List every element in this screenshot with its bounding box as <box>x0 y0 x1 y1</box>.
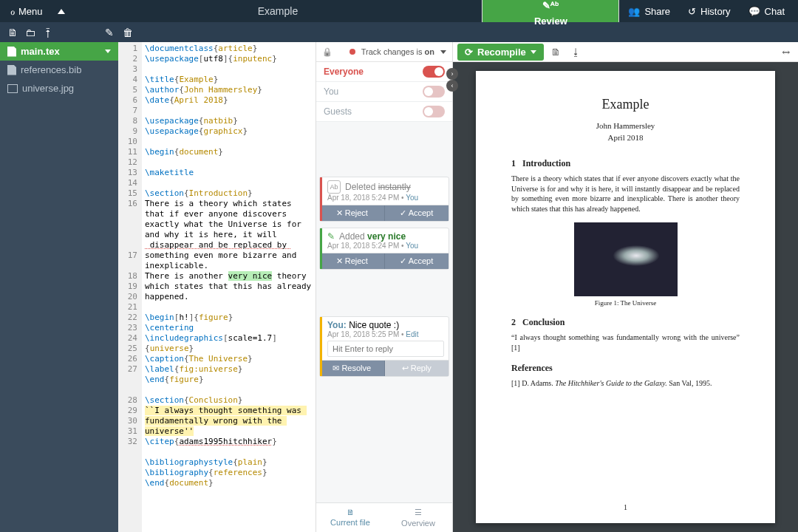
user-badge: Ab <box>327 180 341 194</box>
chevron-down-icon[interactable] <box>105 50 111 53</box>
tab-overview[interactable]: ☰ Overview <box>384 503 452 532</box>
logo-icon: ℴ <box>10 5 15 17</box>
references-heading: References <box>511 363 740 374</box>
up-icon <box>58 9 65 14</box>
track-row: You <box>316 82 452 102</box>
code-area[interactable]: \documentclass{article}\usepackage[utf8]… <box>142 42 316 532</box>
preview-column: ⟳ Recompile 🗎 ⭳ ⤢ Example John Hammersle… <box>453 42 798 532</box>
project-title: Example <box>74 5 482 17</box>
recompile-button[interactable]: ⟳ Recompile <box>457 44 544 61</box>
topbar: ℴ Menu Example ✎ᴬᵇ Review 👥 Share ↺ Hist… <box>0 0 798 22</box>
share-label: Share <box>644 6 670 17</box>
new-file-icon[interactable]: 🗎 <box>7 27 18 38</box>
recompile-bar: ⟳ Recompile 🗎 ⭳ ⤢ <box>453 42 798 62</box>
chevron-down-icon[interactable] <box>531 50 536 54</box>
track-user: You <box>324 86 338 97</box>
doc-title: Example <box>511 97 740 112</box>
section-heading: 1 Introduction <box>511 158 740 169</box>
review-label: Review <box>534 16 567 27</box>
log-icon[interactable]: 🗎 <box>548 47 564 58</box>
share-icon: 👥 <box>628 6 640 17</box>
image-icon <box>7 84 18 93</box>
track-row: Guests <box>316 102 452 122</box>
edit-ops: ✎ 🗑 <box>105 27 140 38</box>
change-card-deleted: Ab Deleted instantly Apr 18, 2018 5:24 P… <box>319 177 449 222</box>
track-toggle[interactable] <box>423 106 445 117</box>
pdf-page: Example John Hammersley April 2018 1 Int… <box>476 71 775 523</box>
edit-link[interactable]: Edit <box>406 330 418 338</box>
tab-current-file[interactable]: 🗎 Current file <box>316 503 384 532</box>
lock-icon[interactable] <box>322 47 332 57</box>
delete-icon[interactable]: 🗑 <box>123 27 133 38</box>
doc-author: John Hammersley <box>511 121 740 130</box>
up-level-button[interactable] <box>49 0 74 22</box>
review-button[interactable]: ✎ᴬᵇ Review <box>482 0 619 22</box>
chat-icon: 💬 <box>748 6 760 17</box>
review-footer: 🗎 Current file ☰ Overview <box>316 502 452 532</box>
change-action: Added <box>339 231 365 242</box>
expand-icon[interactable]: ⤢ <box>777 43 795 61</box>
figure-image <box>574 222 678 296</box>
change-action: Deleted <box>345 182 375 192</box>
list-icon: ☰ <box>415 508 422 517</box>
pencil-icon: ✎ <box>327 231 335 242</box>
pdf-preview[interactable]: Example John Hammersley April 2018 1 Int… <box>453 62 798 532</box>
change-word: instantly <box>378 182 411 192</box>
doc-paragraph: “I always thought something was fundamen… <box>511 332 740 352</box>
history-button[interactable]: ↺ History <box>679 0 739 22</box>
change-card-added: ✎ Added very nice Apr 18, 2018 5:24 PM •… <box>319 228 449 270</box>
panel-collapse-handles: › ‹ <box>446 68 458 92</box>
rename-icon[interactable]: ✎ <box>105 27 114 38</box>
file-item-img[interactable]: universe.jpg <box>0 79 118 98</box>
collapse-right-icon[interactable]: › <box>446 68 458 80</box>
accept-button[interactable]: ✓ Accept <box>384 205 449 221</box>
track-label: Track changes is on <box>361 47 434 56</box>
file-toolbar: 🗎 🗀 ⭱ ✎ 🗑 <box>0 22 798 42</box>
comment-text: Nice quote :) <box>349 320 399 330</box>
file-icon <box>7 65 16 75</box>
track-user: Everyone <box>324 66 364 77</box>
track-user: Guests <box>324 106 352 117</box>
new-folder-icon[interactable]: 🗀 <box>25 27 35 38</box>
upload-icon[interactable]: ⭱ <box>43 27 53 38</box>
reply-button[interactable]: ↩ Reply <box>384 361 449 376</box>
doc-paragraph: There is a theory which states that if e… <box>511 174 740 214</box>
reply-input[interactable] <box>327 341 444 357</box>
collapse-left-icon[interactable]: ‹ <box>446 80 458 92</box>
history-label: History <box>700 6 730 17</box>
file-icon: 🗎 <box>347 508 355 516</box>
share-button[interactable]: 👥 Share <box>619 0 679 22</box>
history-icon: ↺ <box>688 6 696 17</box>
file-label: references.bib <box>21 64 81 75</box>
code-editor[interactable]: 12345678910111213141516 17 1819202122232… <box>118 42 316 532</box>
download-icon[interactable]: ⭳ <box>568 47 584 58</box>
review-top: Track changes is on <box>316 42 452 62</box>
review-panel: Track changes is on Everyone You Guests … <box>316 42 453 532</box>
chat-button[interactable]: 💬 Chat <box>740 0 794 22</box>
figure-caption: Figure 1: The Universe <box>511 299 740 307</box>
file-item-bib[interactable]: references.bib <box>0 61 118 79</box>
reject-button[interactable]: ✕ Reject <box>320 253 384 269</box>
reject-button[interactable]: ✕ Reject <box>320 205 384 221</box>
refresh-icon: ⟳ <box>465 47 473 58</box>
file-tree: main.tex references.bib universe.jpg <box>0 42 118 532</box>
chat-label: Chat <box>765 6 785 17</box>
page-number: 1 <box>476 503 775 511</box>
menu-label: Menu <box>18 6 43 17</box>
track-row: Everyone <box>316 62 452 82</box>
resolve-button[interactable]: ✉ Resolve <box>320 361 384 376</box>
file-label: universe.jpg <box>22 83 74 94</box>
file-icon <box>7 47 16 57</box>
section-heading: 2 Conclusion <box>511 317 740 328</box>
chevron-down-icon[interactable] <box>440 50 446 54</box>
track-toggle[interactable] <box>423 86 445 98</box>
track-dot-icon <box>349 49 355 55</box>
file-label: main.tex <box>21 46 60 57</box>
menu-button[interactable]: ℴ Menu <box>4 5 49 17</box>
file-item-main[interactable]: main.tex <box>0 42 118 61</box>
change-word: very nice <box>367 231 406 242</box>
main-area: main.tex references.bib universe.jpg 123… <box>0 42 798 532</box>
track-toggle[interactable] <box>423 66 445 78</box>
doc-figure: Figure 1: The Universe <box>511 222 740 307</box>
accept-button[interactable]: ✓ Accept <box>384 253 449 269</box>
